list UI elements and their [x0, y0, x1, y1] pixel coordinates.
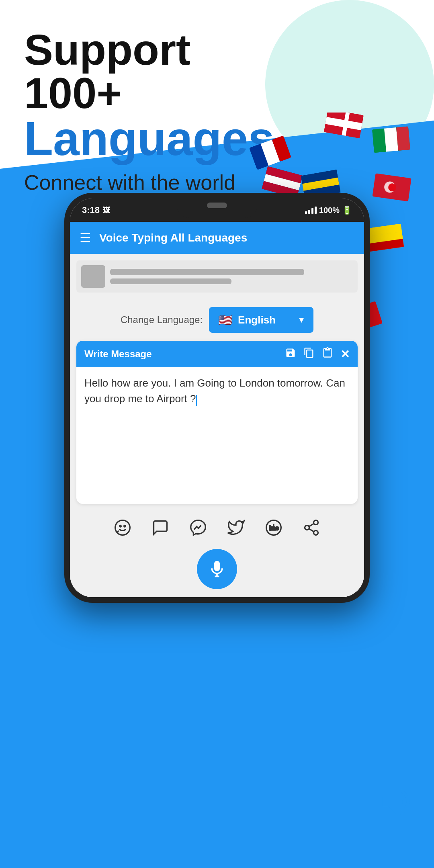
svg-rect-12: [396, 127, 410, 151]
signal-bar-3: [311, 208, 313, 214]
sound-icon-container: [378, 784, 414, 820]
whatsapp-icon[interactable]: [112, 517, 133, 538]
placeholder-line-1: [110, 269, 304, 275]
language-selected: English: [238, 314, 293, 326]
svg-point-56: [124, 526, 126, 527]
signal-bars: [305, 207, 317, 214]
svg-point-55: [120, 526, 121, 527]
svg-rect-11: [384, 127, 398, 151]
svg-line-63: [309, 524, 314, 526]
messenger-icon[interactable]: [187, 517, 209, 538]
status-time: 3:18: [82, 205, 100, 215]
app-title-text: Voice Typing All Languages: [99, 231, 247, 244]
battery-percent: 100%: [319, 206, 340, 215]
phone-outer: 3:18 🖼 100% 🔋: [64, 193, 370, 603]
notch: [177, 199, 257, 218]
svg-point-60: [305, 526, 309, 530]
language-row: Change Language: 🇺🇸 English ▼: [70, 299, 364, 341]
battery-icon: 🔋: [342, 205, 352, 215]
placeholder-block-1: [81, 265, 105, 288]
write-message-label: Write Message: [84, 348, 152, 360]
imo-icon[interactable]: imo: [263, 517, 285, 538]
header-line1: Support 100+: [24, 28, 289, 115]
message-card: Write Message: [76, 341, 358, 504]
sound-icon[interactable]: [378, 784, 414, 820]
phone-screen: 3:18 🖼 100% 🔋: [70, 199, 364, 597]
app-bar: ☰ Voice Typing All Languages: [70, 222, 364, 254]
message-text: Hello how are you. I am Going to London …: [84, 377, 345, 405]
text-cursor: [196, 395, 197, 406]
signal-bar-1: [305, 211, 307, 214]
message-actions: ✕: [285, 347, 350, 361]
copy-icon[interactable]: [303, 347, 315, 361]
status-bar: 3:18 🖼 100% 🔋: [70, 199, 364, 222]
signal-bar-4: [315, 207, 317, 214]
photo-icon: 🖼: [103, 206, 110, 215]
mic-icon: [208, 560, 226, 578]
sms-icon[interactable]: [149, 517, 171, 538]
share-icon[interactable]: [301, 517, 322, 538]
message-header: Write Message: [76, 341, 358, 367]
hamburger-icon[interactable]: ☰: [80, 231, 91, 244]
status-right: 100% 🔋: [305, 205, 352, 215]
mic-section: [70, 545, 364, 597]
message-body[interactable]: Hello how are you. I am Going to London …: [76, 367, 358, 504]
svg-line-62: [309, 529, 314, 532]
svg-rect-10: [372, 129, 386, 153]
svg-text:imo: imo: [269, 525, 279, 531]
svg-point-61: [314, 530, 318, 535]
signal-bar-2: [308, 210, 310, 214]
content-placeholder: [76, 260, 358, 293]
twitter-icon[interactable]: [225, 517, 247, 538]
language-flag: 🇺🇸: [217, 312, 233, 328]
dropdown-arrow-icon: ▼: [297, 315, 305, 325]
svg-point-54: [115, 520, 130, 535]
mic-button[interactable]: [197, 549, 237, 589]
svg-point-59: [314, 520, 318, 525]
bottom-icons-row: imo: [70, 509, 364, 545]
change-language-label: Change Language:: [121, 314, 203, 326]
close-message-icon[interactable]: ✕: [340, 348, 350, 361]
phone-mockup: 3:18 🖼 100% 🔋: [64, 193, 370, 603]
clipboard-icon[interactable]: [322, 347, 333, 361]
language-dropdown[interactable]: 🇺🇸 English ▼: [209, 307, 313, 333]
status-left: 3:18 🖼: [82, 205, 110, 215]
save-icon[interactable]: [285, 347, 296, 361]
placeholder-line-2: [110, 278, 231, 284]
